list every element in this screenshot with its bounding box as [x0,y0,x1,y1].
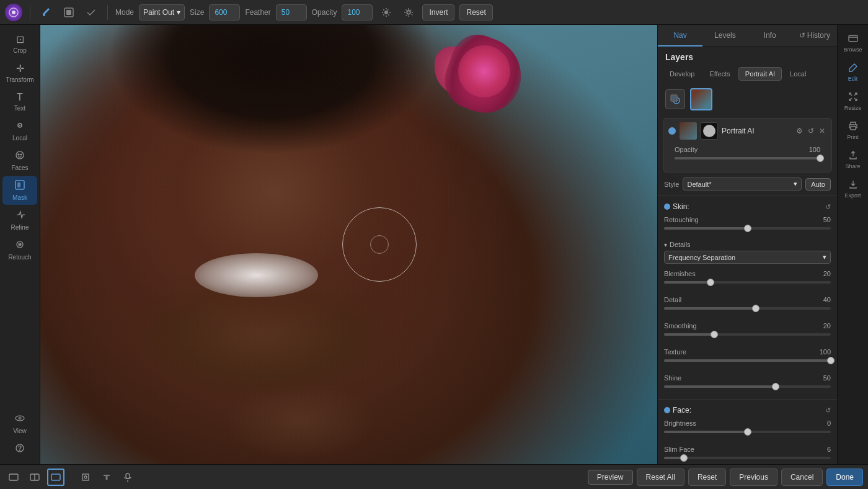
share-button[interactable]: Share [839,146,867,173]
subtab-portrait-ai[interactable]: Portrait AI [738,67,782,81]
smoothing-slider[interactable] [664,333,831,336]
selection-icon[interactable] [82,4,100,21]
export-label: Export [844,192,861,199]
blemishes-thumb[interactable] [707,279,714,286]
tab-levels[interactable]: Levels [702,25,747,47]
sample-icon[interactable] [378,4,395,21]
svg-point-1 [12,11,16,14]
preview-button[interactable]: Preview [588,470,633,485]
details-header[interactable]: ▾ Details [658,238,837,251]
layout-icon[interactable] [26,469,43,486]
local-tool[interactable]: Local [2,117,37,145]
svg-point-28 [84,476,87,478]
style-value: Default* [687,181,711,188]
auto-button[interactable]: Auto [805,178,831,191]
text-bottom-icon[interactable] [98,469,115,486]
subtab-local[interactable]: Local [783,67,813,81]
faces-icon [15,150,25,163]
faces-tool[interactable]: Faces [2,146,37,175]
canvas-area[interactable] [40,25,657,464]
tab-nav[interactable]: Nav [658,25,702,47]
frequency-separation-chevron: ▾ [823,253,826,261]
cancel-button[interactable]: Cancel [781,469,823,486]
brush-tool-icon[interactable] [38,4,55,21]
previous-button[interactable]: Previous [730,469,777,486]
view-tool[interactable]: View [2,410,37,438]
mask-tool[interactable]: Mask [2,176,37,205]
invert-button[interactable]: Invert [422,4,454,20]
transform-tool[interactable]: ✛ Transform [2,59,37,87]
reset-all-button[interactable]: Reset All [637,469,684,486]
shine-slider[interactable] [664,385,831,388]
retouch-tool[interactable]: Retouch [2,236,37,264]
style-select[interactable]: Default* ▾ [683,177,802,191]
resize-button[interactable]: Resize [839,88,867,115]
print-button[interactable]: Print [839,117,867,144]
single-view-icon[interactable] [47,469,64,486]
brightness-thumb[interactable] [744,428,751,436]
mode-value: Paint Out [143,8,174,17]
done-button[interactable]: Done [826,469,863,486]
smoothing-thumb[interactable] [711,331,718,338]
skin-section-header: Skin: ↺ [658,199,837,212]
slim-face-thumb[interactable] [680,454,688,462]
browse-button[interactable]: Browse [839,30,867,56]
opacity-value[interactable]: 100 [342,4,373,20]
transform-label: Transform [6,76,33,83]
crop-tool[interactable]: ⊡ Crop [2,30,37,58]
style-chevron-icon: ▾ [794,180,797,188]
reset-bottom-button[interactable]: Reset [688,469,726,486]
subtab-develop[interactable]: Develop [663,67,701,81]
smoothing-row: Smoothing 20 [664,321,831,331]
layer-settings-button[interactable]: ⚙ [795,125,804,137]
refine-tool[interactable]: Refine [2,206,37,235]
settings-icon[interactable] [400,4,417,21]
face-reset-icon[interactable]: ↺ [825,406,831,415]
layer-item-portrait-ai: Portrait AI ⚙ ↺ ✕ Opacity 100 [663,118,832,173]
texture-slider[interactable] [664,359,831,362]
edit-label: Edit [848,76,858,82]
blemishes-slider[interactable] [664,281,831,284]
browse-label: Browse [843,47,862,53]
skin-dot [664,204,670,210]
crop-bottom-icon[interactable] [77,469,94,486]
canvas-image[interactable] [40,25,657,464]
subtab-effects[interactable]: Effects [702,67,737,81]
text-tool[interactable]: T Text [2,88,37,115]
layer-close-button[interactable]: ✕ [818,125,826,137]
audio-icon[interactable] [119,469,136,486]
detail-slider[interactable] [664,307,831,310]
smoothing-value: 20 [816,322,831,330]
opacity-thumb[interactable] [817,155,824,162]
slim-face-slider[interactable] [664,457,831,459]
export-button[interactable]: Export [839,176,867,202]
divider-1 [658,195,837,196]
add-layer-button[interactable] [665,89,685,109]
texture-thumb[interactable] [827,357,835,364]
layer-undo-button[interactable]: ↺ [807,125,815,137]
layer-visibility-dot[interactable] [668,127,676,135]
shine-thumb[interactable] [772,383,779,390]
brightness-slider[interactable] [664,431,831,433]
tab-info[interactable]: Info [748,25,792,47]
mode-select[interactable]: Paint Out ▾ [139,4,185,20]
opacity-slider[interactable] [675,157,820,159]
slim-face-label: Slim Face [664,446,694,453]
expand-icon[interactable] [5,469,22,486]
svg-point-5 [407,11,410,14]
retouching-thumb[interactable] [744,225,751,232]
detail-thumb[interactable] [752,305,760,312]
layer-thumbnail-portrait[interactable] [690,88,712,110]
tab-history[interactable]: ↺ History [792,25,837,47]
skin-reset-icon[interactable]: ↺ [825,203,831,211]
reset-button[interactable]: Reset [459,4,492,20]
retouching-slider[interactable] [664,227,831,230]
mask-view-icon[interactable] [60,4,78,21]
far-right-panel: Browse Edit Resize Print Sha [837,25,868,464]
feather-value[interactable]: 50 [276,4,307,20]
help-tool[interactable] [2,439,37,459]
edit-button[interactable]: Edit [839,59,867,86]
retouch-icon [15,240,25,252]
size-value[interactable]: 600 [209,4,240,20]
frequency-separation-select[interactable]: Frequency Separation ▾ [664,251,831,264]
